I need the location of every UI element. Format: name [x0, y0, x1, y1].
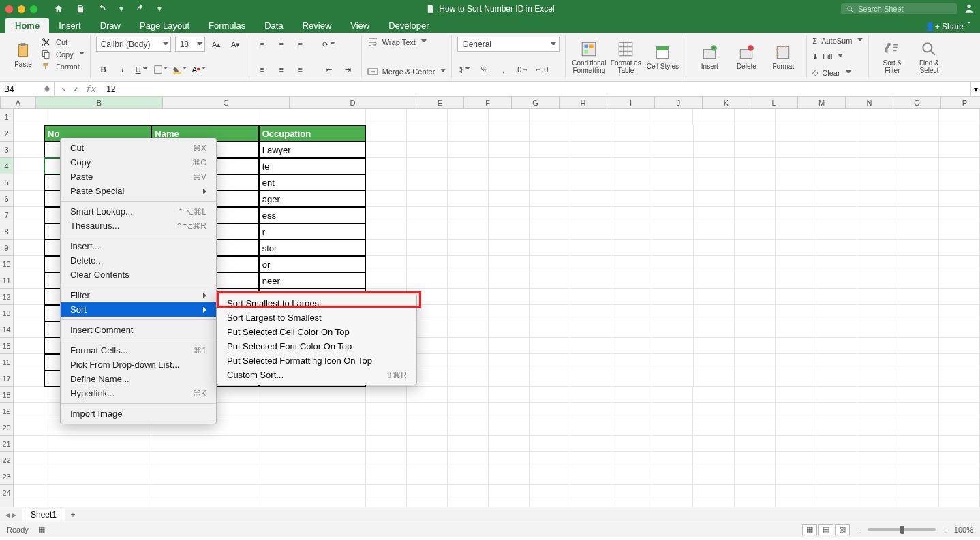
- cell-P10[interactable]: [816, 256, 857, 272]
- cell-B24[interactable]: [44, 485, 151, 501]
- tab-draw[interactable]: Draw: [91, 18, 130, 33]
- cell-N24[interactable]: [735, 485, 776, 501]
- cell-G3[interactable]: [448, 142, 489, 158]
- cell-D24[interactable]: [258, 485, 365, 501]
- cell-H13[interactable]: [489, 305, 530, 321]
- cell-A17[interactable]: [14, 370, 44, 387]
- cell-J9[interactable]: [570, 240, 611, 256]
- cell-D11[interactable]: neer: [259, 272, 366, 289]
- menu-item-thesaurus[interactable]: Thesaurus...⌃⌥⌘R: [61, 219, 216, 233]
- cell-P16[interactable]: [816, 354, 857, 370]
- cell-styles-button[interactable]: Cell Styles: [645, 44, 680, 70]
- cell-K2[interactable]: [611, 125, 652, 142]
- name-box[interactable]: B4: [0, 82, 55, 96]
- cell-L1[interactable]: [652, 109, 693, 125]
- autosum-button[interactable]: Σ AutoSum: [812, 37, 863, 45]
- cell-A3[interactable]: [14, 142, 44, 158]
- cell-I9[interactable]: [530, 240, 570, 256]
- cell-E1[interactable]: [366, 109, 407, 125]
- cell-A5[interactable]: [14, 174, 44, 191]
- cell-R20[interactable]: [898, 419, 939, 436]
- cell-J14[interactable]: [570, 321, 611, 338]
- cell-L5[interactable]: [652, 174, 693, 191]
- cell-M19[interactable]: [693, 403, 734, 419]
- cell-N10[interactable]: [735, 256, 776, 272]
- cell-S13[interactable]: [939, 305, 980, 321]
- row-header-15[interactable]: 15: [0, 338, 14, 354]
- cell-K15[interactable]: [611, 338, 652, 354]
- cell-J6[interactable]: [570, 191, 611, 207]
- expand-formula-bar[interactable]: ▾: [970, 82, 980, 96]
- column-header-E[interactable]: E: [416, 97, 464, 108]
- cell-B21[interactable]: [44, 436, 151, 452]
- cell-I23[interactable]: [530, 468, 570, 485]
- cell-S7[interactable]: [939, 207, 980, 223]
- cell-H18[interactable]: [489, 387, 530, 403]
- cell-O8[interactable]: [776, 223, 816, 240]
- copy-button[interactable]: Copy: [41, 49, 85, 60]
- row-header-1[interactable]: 1: [0, 109, 14, 125]
- cell-R19[interactable]: [898, 403, 939, 419]
- cell-Q22[interactable]: [857, 452, 898, 468]
- cell-M3[interactable]: [694, 142, 735, 158]
- find-select-button[interactable]: Find & Select: [911, 40, 947, 74]
- cell-R4[interactable]: [898, 158, 939, 174]
- cell-E3[interactable]: [366, 142, 407, 158]
- cell-H20[interactable]: [489, 419, 530, 436]
- cell-K17[interactable]: [611, 370, 652, 387]
- menu-item-insert[interactable]: Insert...: [61, 239, 216, 253]
- cell-F4[interactable]: [407, 158, 448, 174]
- cell-S21[interactable]: [939, 436, 980, 452]
- cell-N18[interactable]: [735, 387, 776, 403]
- cell-E9[interactable]: [366, 240, 407, 256]
- cell-S11[interactable]: [939, 272, 980, 289]
- increase-indent-button[interactable]: ⇥: [341, 62, 356, 77]
- cell-H22[interactable]: [489, 452, 530, 468]
- cell-P2[interactable]: [816, 125, 857, 142]
- cell-E10[interactable]: [366, 256, 407, 272]
- cell-H11[interactable]: [489, 272, 530, 289]
- cell-R6[interactable]: [898, 191, 939, 207]
- cell-G24[interactable]: [448, 485, 489, 501]
- cell-O22[interactable]: [776, 452, 816, 468]
- submenu-item-sort-largest-to-smallest[interactable]: Sort Largest to Smallest: [217, 311, 416, 325]
- cell-Q11[interactable]: [857, 272, 898, 289]
- sort-filter-button[interactable]: Sort & Filter: [874, 40, 910, 74]
- close-window-button[interactable]: [5, 5, 13, 13]
- italic-button[interactable]: I: [115, 62, 130, 77]
- cell-K8[interactable]: [611, 223, 652, 240]
- column-header-O[interactable]: O: [893, 97, 941, 108]
- cell-I7[interactable]: [530, 207, 570, 223]
- tab-view[interactable]: View: [341, 18, 379, 33]
- increase-font-button[interactable]: A▴: [209, 37, 224, 52]
- cell-A19[interactable]: [14, 403, 44, 419]
- column-header-B[interactable]: B: [36, 97, 163, 108]
- cell-J24[interactable]: [570, 485, 611, 501]
- cell-F25[interactable]: [407, 501, 448, 507]
- cell-P23[interactable]: [816, 468, 857, 485]
- cell-S25[interactable]: [939, 501, 980, 507]
- cell-C24[interactable]: [151, 485, 258, 501]
- cell-Q2[interactable]: [857, 125, 898, 142]
- cell-J18[interactable]: [570, 387, 611, 403]
- cell-S8[interactable]: [939, 223, 980, 240]
- cell-I21[interactable]: [530, 436, 570, 452]
- cell-N13[interactable]: [735, 305, 776, 321]
- cell-K7[interactable]: [611, 207, 652, 223]
- cell-A6[interactable]: [14, 191, 44, 207]
- cell-R21[interactable]: [898, 436, 939, 452]
- menu-item-hyperlink[interactable]: Hyperlink...⌘K: [61, 386, 216, 400]
- wrap-text-button[interactable]: Wrap Text: [367, 37, 446, 48]
- page-layout-view-button[interactable]: ▤: [818, 524, 833, 535]
- cell-D10[interactable]: or: [259, 256, 366, 272]
- row-header-2[interactable]: 2: [0, 125, 14, 142]
- confirm-formula-button[interactable]: ✓: [73, 84, 78, 94]
- cell-P20[interactable]: [816, 419, 857, 436]
- cell-N14[interactable]: [735, 321, 776, 338]
- clear-button[interactable]: ◇ Clear: [812, 68, 863, 77]
- cell-G6[interactable]: [448, 191, 489, 207]
- cell-F3[interactable]: [407, 142, 448, 158]
- cell-D22[interactable]: [258, 452, 365, 468]
- submenu-item-put-selected-formatting-icon-on-top[interactable]: Put Selected Formatting Icon On Top: [217, 353, 416, 368]
- cell-R24[interactable]: [898, 485, 939, 501]
